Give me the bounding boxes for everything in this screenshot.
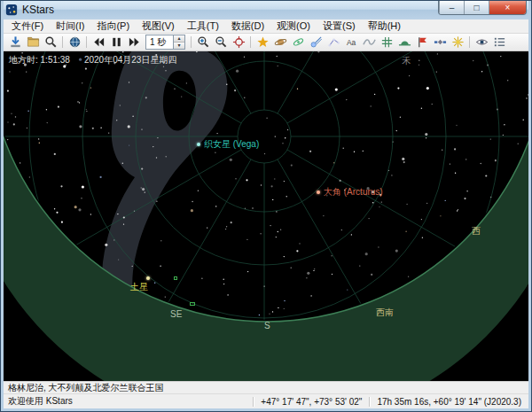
status-az-alt: +47° 17' 47", +73° 53' 02" (253, 397, 369, 407)
observation-list[interactable] (490, 34, 508, 50)
download-extra-data[interactable] (6, 34, 24, 50)
maximize-button[interactable]: □ (464, 1, 489, 14)
sky-object-label-arcturus[interactable]: 大角 (Arcturus) (324, 186, 383, 198)
forward-icon (128, 35, 141, 49)
advance-one-step-forward[interactable] (125, 34, 143, 50)
folder-icon (27, 35, 40, 49)
toggle-comets[interactable] (307, 34, 325, 50)
time-step-decrease-button[interactable]: ▾ (174, 42, 184, 49)
status-location: 格林尼治, 大不列颠及北爱尔兰联合王国 (4, 381, 528, 393)
status-bar: 欢迎使用 KStars +47° 17' 47", +73° 53' 02" 1… (4, 393, 528, 408)
zoom-in-icon (197, 35, 210, 49)
toggle-coordinate-grid[interactable] (378, 34, 395, 50)
toolbar-group-time (6, 34, 143, 50)
compass-label-3: 西 (472, 225, 481, 237)
toggle-constellation-names[interactable] (342, 34, 360, 50)
compass-label-2: 西南 (376, 307, 394, 319)
menu-item[interactable]: 工具(T) (181, 19, 225, 34)
title-bar[interactable]: KStars –□× (4, 1, 528, 19)
toggle-satellites[interactable] (431, 34, 449, 50)
zoom-out-icon (215, 35, 228, 49)
main-toolbar: 1 秒 ▴ ▾ (4, 34, 528, 51)
time-step-spin-buttons: ▴ ▾ (173, 35, 184, 49)
download-icon (9, 35, 22, 49)
zoom-out[interactable] (212, 34, 230, 50)
planet-icon (274, 35, 287, 49)
toggle-constellation-lines[interactable] (325, 34, 342, 50)
target-icon (232, 35, 246, 49)
sky-object-label-saturn[interactable]: 土星 (130, 281, 148, 293)
toggle-stars[interactable] (254, 34, 271, 50)
compass-label-1: S (264, 321, 270, 330)
toolbar-separator (86, 36, 87, 48)
deep-sky-marker-0[interactable] (190, 302, 195, 306)
minimize-button[interactable]: – (439, 1, 464, 14)
window-title: KStars (22, 4, 54, 16)
toggle-supernovae[interactable] (449, 34, 466, 50)
toggle-solar-system[interactable] (271, 34, 289, 50)
stop-clock[interactable] (107, 34, 125, 50)
menu-item[interactable]: 文件(F) (5, 19, 50, 34)
local-date-value: 2020年04月23日星期四 (84, 54, 177, 66)
menu-item[interactable]: 视图(V) (136, 19, 181, 34)
sky-object-dot-saturn[interactable] (146, 276, 150, 280)
globe-clock-icon (68, 35, 82, 49)
compass-label-0: SE (170, 309, 182, 319)
pause-icon (110, 35, 123, 49)
search-icon (44, 35, 58, 49)
set-time-to-now[interactable] (66, 34, 83, 50)
satellite-icon (434, 35, 447, 49)
menu-bar: 文件(F)时间(I)指向(P)视图(V)工具(T)数据(D)观测(O)设置(S)… (4, 19, 528, 34)
menu-item[interactable]: 时间(I) (50, 19, 90, 34)
toolbar-separator (250, 36, 251, 48)
toolbar-group-view (188, 34, 508, 50)
menu-item[interactable]: 设置(S) (317, 19, 362, 34)
local-time-value: 地方时: 1:51:38 (9, 54, 70, 66)
toggle-deep-sky-objects[interactable] (289, 34, 307, 50)
star-icon (256, 35, 270, 49)
toggle-ground[interactable] (395, 34, 413, 50)
grid-icon (380, 35, 394, 49)
menu-item[interactable]: 帮助(H) (362, 19, 407, 34)
focus-object[interactable] (230, 34, 247, 50)
flag-icon (416, 35, 429, 49)
sky-object-label-vega[interactable]: 织女星 (Vega) (204, 138, 259, 151)
advance-one-step-backward[interactable] (90, 34, 107, 50)
kstars-app-icon (5, 4, 18, 16)
sky-object-dot-vega[interactable] (197, 143, 200, 146)
toolbar-separator (62, 36, 63, 48)
toggle-milky-way[interactable] (360, 34, 378, 50)
labels-icon (345, 35, 358, 49)
sky-object-dot-arcturus[interactable] (317, 190, 320, 194)
find-object[interactable] (42, 34, 59, 50)
comet-icon (309, 35, 323, 49)
deep-sky-marker-1[interactable] (174, 276, 177, 280)
menu-item[interactable]: 指向(P) (90, 19, 136, 34)
toggle-flags[interactable] (413, 34, 431, 50)
menu-item[interactable]: 数据(D) (225, 19, 270, 34)
toolbar-separator (191, 36, 192, 48)
status-ra-dec: 17h 35m 16s, +60° 19' 14" (J2020.3) (369, 397, 528, 407)
menu-item[interactable]: 观测(O) (270, 19, 317, 34)
whats-interesting[interactable] (473, 34, 490, 50)
constellation-label-0: 禾 (402, 55, 411, 67)
close-button[interactable]: × (489, 1, 526, 14)
toolbar-separator (469, 36, 470, 48)
horizon-icon (398, 35, 411, 49)
supernova-icon (451, 35, 465, 49)
kstars-window: KStars –□× 文件(F)时间(I)指向(P)视图(V)工具(T)数据(D… (0, 0, 532, 412)
zoom-in[interactable] (194, 34, 212, 50)
galaxy-icon (292, 35, 305, 49)
time-step-value: 1 秒 (146, 35, 173, 49)
open-file[interactable] (24, 34, 42, 50)
time-step-spinner[interactable]: 1 秒 ▴ ▾ (145, 35, 185, 50)
rewind-icon (92, 35, 106, 49)
status-message: 欢迎使用 KStars (4, 395, 253, 408)
eye-icon (475, 35, 489, 49)
sky-map[interactable]: 地方时: 1:51:38 2020年04月23日星期四 织女星 (Vega)大角… (4, 51, 528, 381)
window-controls: –□× (438, 1, 527, 15)
constellation-lines-icon (327, 35, 340, 49)
milky-way-icon (363, 35, 376, 49)
time-step-increase-button[interactable]: ▴ (174, 35, 184, 42)
local-time-info: 地方时: 1:51:38 2020年04月23日星期四 (9, 54, 176, 66)
